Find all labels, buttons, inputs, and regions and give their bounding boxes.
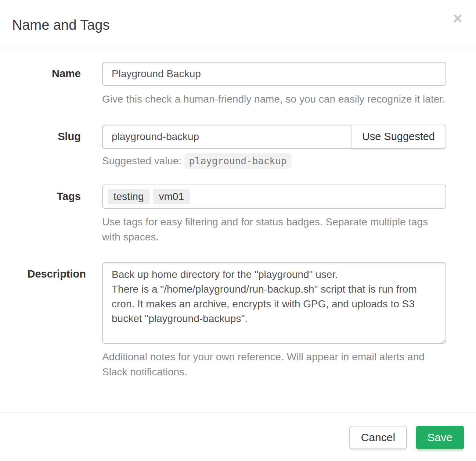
description-help-text: Additional notes for your own reference.…	[102, 350, 446, 379]
use-suggested-button[interactable]: Use Suggested	[351, 125, 446, 149]
suggested-value-line: Suggested value:playground-backup	[102, 155, 446, 167]
suggested-value-code: playground-backup	[184, 153, 291, 169]
slug-input-group: Use Suggested	[102, 125, 446, 149]
slug-input[interactable]	[102, 125, 351, 149]
tag-chip[interactable]: vm01	[153, 189, 190, 204]
tags-label: Tags	[57, 190, 81, 202]
tags-help-text: Use tags for easy filtering and for stat…	[102, 215, 446, 244]
name-form-row: Name Give this check a human-friendly na…	[0, 62, 446, 107]
description-label: Description	[27, 268, 86, 280]
name-and-tags-dialog: Name and Tags × Name Give this check a h…	[0, 0, 476, 461]
name-help-text: Give this check a human-friendly name, s…	[102, 92, 446, 107]
modal-body: Name Give this check a human-friendly na…	[0, 50, 476, 412]
suggested-value-label: Suggested value:	[102, 155, 181, 167]
name-label: Name	[52, 68, 81, 79]
tags-form-row: Tags testing vm01 Use tags for easy filt…	[0, 185, 446, 244]
description-textarea[interactable]: Back up home directory for the "playgrou…	[102, 262, 446, 344]
modal-title: Name and Tags	[12, 16, 464, 34]
tags-input[interactable]: testing vm01	[102, 185, 446, 209]
modal-footer: Cancel Save	[0, 412, 476, 461]
name-input[interactable]	[102, 62, 446, 86]
description-form-row: Description Back up home directory for t…	[0, 262, 446, 379]
save-button[interactable]: Save	[416, 426, 464, 449]
slug-label: Slug	[58, 131, 81, 142]
modal-header: Name and Tags ×	[0, 0, 476, 50]
cancel-button[interactable]: Cancel	[349, 426, 407, 449]
tag-chip[interactable]: testing	[108, 189, 150, 204]
slug-form-row: Slug Use Suggested Suggested value:playg…	[0, 125, 446, 167]
close-icon[interactable]: ×	[449, 10, 466, 27]
